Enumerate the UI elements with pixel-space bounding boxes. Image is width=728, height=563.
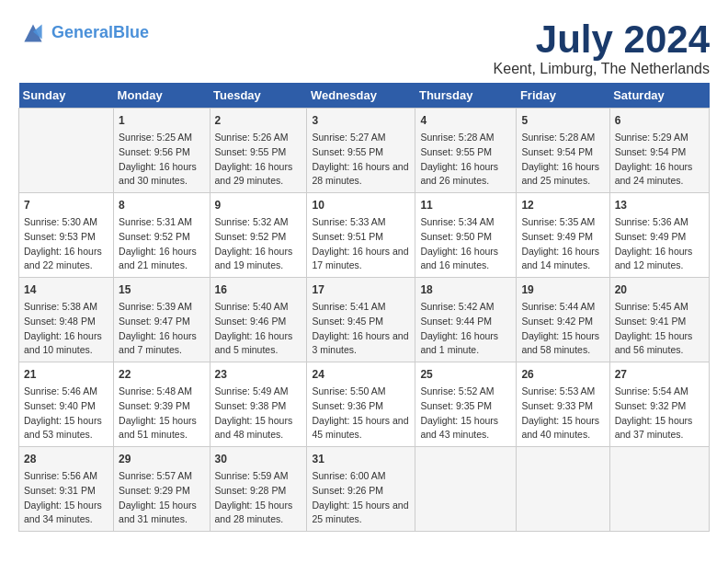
day-number: 6 xyxy=(615,112,704,129)
day-number: 11 xyxy=(420,197,511,213)
day-number: 1 xyxy=(119,112,204,129)
logo: GeneralBlue xyxy=(18,18,149,48)
day-info: Sunrise: 5:52 AMSunset: 9:35 PMDaylight:… xyxy=(420,385,511,442)
calendar-cell: 1Sunrise: 5:25 AMSunset: 9:56 PMDaylight… xyxy=(114,109,210,193)
day-info: Sunrise: 5:54 AMSunset: 9:32 PMDaylight:… xyxy=(615,385,704,442)
calendar-cell: 28Sunrise: 5:56 AMSunset: 9:31 PMDayligh… xyxy=(19,447,114,532)
day-number: 25 xyxy=(420,366,511,383)
day-number: 3 xyxy=(312,112,410,129)
day-number: 22 xyxy=(119,366,204,383)
page-header: GeneralBlue July 2024 Keent, Limburg, Th… xyxy=(18,18,710,77)
calendar-cell: 8Sunrise: 5:31 AMSunset: 9:52 PMDaylight… xyxy=(114,193,210,278)
weekday-header-friday: Friday xyxy=(517,83,609,109)
week-row-5: 28Sunrise: 5:56 AMSunset: 9:31 PMDayligh… xyxy=(19,447,710,532)
day-info: Sunrise: 5:38 AMSunset: 9:48 PMDaylight:… xyxy=(24,300,108,358)
day-number: 15 xyxy=(119,282,204,298)
day-info: Sunrise: 5:35 AMSunset: 9:49 PMDaylight:… xyxy=(521,215,604,273)
day-info: Sunrise: 5:50 AMSunset: 9:36 PMDaylight:… xyxy=(312,385,410,442)
day-number: 7 xyxy=(24,197,108,213)
day-number: 28 xyxy=(24,451,108,467)
day-number: 31 xyxy=(312,451,410,467)
day-info: Sunrise: 5:41 AMSunset: 9:45 PMDaylight:… xyxy=(312,300,410,358)
day-number: 14 xyxy=(24,282,108,298)
logo-line1: General xyxy=(51,23,113,41)
calendar-cell: 22Sunrise: 5:48 AMSunset: 9:39 PMDayligh… xyxy=(114,362,210,447)
calendar-cell: 2Sunrise: 5:26 AMSunset: 9:55 PMDaylight… xyxy=(210,109,307,193)
day-info: Sunrise: 6:00 AMSunset: 9:26 PMDaylight:… xyxy=(312,469,410,527)
calendar-cell: 4Sunrise: 5:28 AMSunset: 9:55 PMDaylight… xyxy=(415,109,517,193)
day-number: 17 xyxy=(312,282,410,298)
logo-line2: Blue xyxy=(113,23,149,41)
calendar-cell: 5Sunrise: 5:28 AMSunset: 9:54 PMDaylight… xyxy=(517,109,609,193)
day-number: 18 xyxy=(420,282,511,298)
week-row-3: 14Sunrise: 5:38 AMSunset: 9:48 PMDayligh… xyxy=(19,278,710,362)
calendar-cell: 14Sunrise: 5:38 AMSunset: 9:48 PMDayligh… xyxy=(19,278,114,362)
day-info: Sunrise: 5:48 AMSunset: 9:39 PMDaylight:… xyxy=(119,385,204,442)
day-number: 30 xyxy=(215,451,302,467)
day-info: Sunrise: 5:39 AMSunset: 9:47 PMDaylight:… xyxy=(119,300,204,358)
day-info: Sunrise: 5:28 AMSunset: 9:54 PMDaylight:… xyxy=(521,131,604,189)
day-number: 21 xyxy=(24,366,108,383)
weekday-header-monday: Monday xyxy=(114,83,210,109)
calendar-cell: 10Sunrise: 5:33 AMSunset: 9:51 PMDayligh… xyxy=(307,193,415,278)
day-info: Sunrise: 5:57 AMSunset: 9:29 PMDaylight:… xyxy=(119,469,204,527)
calendar-table: SundayMondayTuesdayWednesdayThursdayFrid… xyxy=(18,83,710,532)
calendar-cell: 27Sunrise: 5:54 AMSunset: 9:32 PMDayligh… xyxy=(609,362,709,447)
weekday-header-row: SundayMondayTuesdayWednesdayThursdayFrid… xyxy=(19,83,710,109)
weekday-header-thursday: Thursday xyxy=(415,83,517,109)
day-number: 16 xyxy=(215,282,302,298)
day-info: Sunrise: 5:49 AMSunset: 9:38 PMDaylight:… xyxy=(215,385,302,442)
calendar-cell: 11Sunrise: 5:34 AMSunset: 9:50 PMDayligh… xyxy=(415,193,517,278)
calendar-cell: 12Sunrise: 5:35 AMSunset: 9:49 PMDayligh… xyxy=(517,193,609,278)
day-info: Sunrise: 5:28 AMSunset: 9:55 PMDaylight:… xyxy=(420,131,511,189)
calendar-cell: 25Sunrise: 5:52 AMSunset: 9:35 PMDayligh… xyxy=(415,362,517,447)
title-block: July 2024 Keent, Limburg, The Netherland… xyxy=(494,18,710,77)
day-info: Sunrise: 5:31 AMSunset: 9:52 PMDaylight:… xyxy=(119,215,204,273)
day-info: Sunrise: 5:32 AMSunset: 9:52 PMDaylight:… xyxy=(215,215,302,273)
week-row-4: 21Sunrise: 5:46 AMSunset: 9:40 PMDayligh… xyxy=(19,362,710,447)
location: Keent, Limburg, The Netherlands xyxy=(494,61,710,77)
day-info: Sunrise: 5:42 AMSunset: 9:44 PMDaylight:… xyxy=(420,300,511,358)
day-number: 29 xyxy=(119,451,204,467)
day-number: 12 xyxy=(521,197,604,213)
day-number: 23 xyxy=(215,366,302,383)
day-info: Sunrise: 5:25 AMSunset: 9:56 PMDaylight:… xyxy=(119,131,204,189)
calendar-cell: 26Sunrise: 5:53 AMSunset: 9:33 PMDayligh… xyxy=(517,362,609,447)
day-info: Sunrise: 5:30 AMSunset: 9:53 PMDaylight:… xyxy=(24,215,108,273)
day-info: Sunrise: 5:27 AMSunset: 9:55 PMDaylight:… xyxy=(312,131,410,189)
day-info: Sunrise: 5:46 AMSunset: 9:40 PMDaylight:… xyxy=(24,385,108,442)
calendar-cell: 7Sunrise: 5:30 AMSunset: 9:53 PMDaylight… xyxy=(19,193,114,278)
calendar-cell: 6Sunrise: 5:29 AMSunset: 9:54 PMDaylight… xyxy=(609,109,709,193)
calendar-cell: 29Sunrise: 5:57 AMSunset: 9:29 PMDayligh… xyxy=(114,447,210,532)
day-number: 27 xyxy=(615,366,704,383)
calendar-cell xyxy=(19,109,114,193)
day-number: 10 xyxy=(312,197,410,213)
day-info: Sunrise: 5:45 AMSunset: 9:41 PMDaylight:… xyxy=(615,300,704,358)
day-number: 5 xyxy=(521,112,604,129)
day-number: 9 xyxy=(215,197,302,213)
day-info: Sunrise: 5:36 AMSunset: 9:49 PMDaylight:… xyxy=(615,215,704,273)
day-number: 13 xyxy=(615,197,704,213)
calendar-cell: 19Sunrise: 5:44 AMSunset: 9:42 PMDayligh… xyxy=(517,278,609,362)
day-number: 8 xyxy=(119,197,204,213)
day-number: 26 xyxy=(521,366,604,383)
logo-icon xyxy=(18,18,48,48)
calendar-cell: 20Sunrise: 5:45 AMSunset: 9:41 PMDayligh… xyxy=(609,278,709,362)
day-info: Sunrise: 5:40 AMSunset: 9:46 PMDaylight:… xyxy=(215,300,302,358)
day-number: 20 xyxy=(615,282,704,298)
weekday-header-saturday: Saturday xyxy=(609,83,709,109)
calendar-cell: 9Sunrise: 5:32 AMSunset: 9:52 PMDaylight… xyxy=(210,193,307,278)
calendar-cell: 13Sunrise: 5:36 AMSunset: 9:49 PMDayligh… xyxy=(609,193,709,278)
calendar-cell: 21Sunrise: 5:46 AMSunset: 9:40 PMDayligh… xyxy=(19,362,114,447)
calendar-cell: 17Sunrise: 5:41 AMSunset: 9:45 PMDayligh… xyxy=(307,278,415,362)
calendar-cell xyxy=(609,447,709,532)
logo-text: GeneralBlue xyxy=(51,24,149,42)
day-number: 2 xyxy=(215,112,302,129)
calendar-cell: 18Sunrise: 5:42 AMSunset: 9:44 PMDayligh… xyxy=(415,278,517,362)
calendar-cell: 24Sunrise: 5:50 AMSunset: 9:36 PMDayligh… xyxy=(307,362,415,447)
day-info: Sunrise: 5:53 AMSunset: 9:33 PMDaylight:… xyxy=(521,385,604,442)
day-info: Sunrise: 5:26 AMSunset: 9:55 PMDaylight:… xyxy=(215,131,302,189)
calendar-cell: 15Sunrise: 5:39 AMSunset: 9:47 PMDayligh… xyxy=(114,278,210,362)
day-number: 24 xyxy=(312,366,410,383)
week-row-1: 1Sunrise: 5:25 AMSunset: 9:56 PMDaylight… xyxy=(19,109,710,193)
